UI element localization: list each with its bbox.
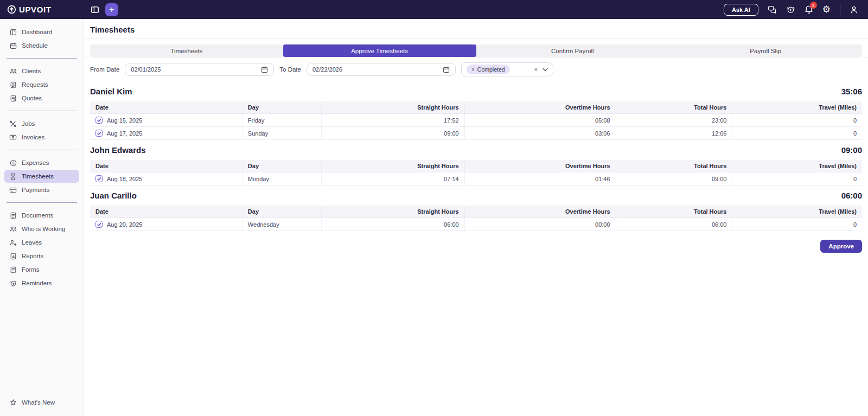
sidebar-item-label: Jobs bbox=[22, 120, 35, 127]
from-date-input[interactable]: 02/01/2025 bbox=[125, 63, 274, 76]
sidebar-item-label: Reminders bbox=[22, 280, 52, 286]
sidebar-item-requests[interactable]: Requests bbox=[4, 78, 79, 91]
sidebar-item-leaves[interactable]: Leaves bbox=[4, 236, 79, 249]
sidebar-item-whats-new[interactable]: What's New bbox=[4, 396, 79, 409]
tab-payroll-slip[interactable]: Payroll Slip bbox=[669, 44, 862, 57]
sidebar-item-clients[interactable]: Clients bbox=[4, 65, 79, 78]
row-checkbox[interactable] bbox=[95, 117, 103, 124]
sidebar-item-reminders[interactable]: Reminders bbox=[4, 277, 79, 290]
row-checkbox[interactable] bbox=[95, 130, 103, 137]
gear-icon[interactable]: ⚙ bbox=[822, 5, 831, 14]
sidebar: DashboardScheduleClientsRequestsQuotesJo… bbox=[0, 19, 84, 416]
row-overtime-hours: 05:08 bbox=[464, 114, 616, 127]
row-overtime-hours: 00:00 bbox=[464, 218, 616, 231]
svg-text:$: $ bbox=[12, 161, 14, 164]
tab-approve-timesheets[interactable]: Approve Timesheets bbox=[283, 44, 476, 57]
column-header: Day bbox=[242, 101, 322, 114]
column-header: Day bbox=[242, 206, 322, 218]
timesheet-row: Aug 15, 2025Friday17:5205:0823:000 bbox=[90, 114, 862, 127]
user-icon[interactable] bbox=[850, 5, 858, 14]
quotes-icon bbox=[9, 94, 17, 102]
jobs-icon bbox=[9, 120, 17, 127]
clear-icon[interactable]: × bbox=[534, 66, 538, 73]
timesheet-table: DateDayStraight HoursOvertime HoursTotal… bbox=[90, 101, 862, 140]
row-total-hours: 23:00 bbox=[616, 114, 732, 127]
sidebar-item-dashboard[interactable]: Dashboard bbox=[4, 25, 79, 39]
tab-timesheets[interactable]: Timesheets bbox=[90, 44, 283, 57]
calendar-icon[interactable] bbox=[443, 66, 450, 73]
table-header-row: DateDayStraight HoursOvertime HoursTotal… bbox=[90, 160, 862, 172]
documents-icon bbox=[9, 212, 17, 219]
timesheet-row: Aug 17, 2025Sunday09:0003:0612:060 bbox=[90, 127, 862, 140]
column-header: Date bbox=[90, 101, 242, 114]
divider bbox=[84, 57, 868, 57]
row-checkbox[interactable] bbox=[95, 221, 103, 228]
alarm-icon[interactable] bbox=[786, 5, 795, 14]
tab-confirm-payroll[interactable]: Confirm Payroll bbox=[476, 44, 669, 57]
status-chip: × Completed bbox=[467, 65, 510, 74]
filter-bar: From Date 02/01/2025 To Date 02/22/2026 … bbox=[90, 62, 862, 76]
panel-toggle-icon[interactable] bbox=[91, 5, 99, 14]
column-header: Overtime Hours bbox=[464, 101, 616, 114]
forms-icon bbox=[9, 266, 17, 273]
sidebar-item-who-is-working[interactable]: Who is Working bbox=[4, 222, 79, 235]
brand-name: UPVOIT bbox=[19, 5, 51, 14]
to-date-value: 02/22/2026 bbox=[312, 66, 342, 73]
sidebar-item-invoices[interactable]: $Invoices bbox=[4, 131, 79, 144]
sidebar-item-quotes[interactable]: Quotes bbox=[4, 92, 79, 105]
notification-badge: 2 bbox=[810, 2, 817, 9]
chip-remove-icon[interactable]: × bbox=[471, 67, 475, 73]
chevron-down-icon[interactable] bbox=[542, 68, 548, 72]
row-date: Aug 18, 2025 bbox=[107, 176, 142, 182]
reminders-icon bbox=[9, 279, 17, 287]
row-total-hours: 12:06 bbox=[616, 127, 732, 140]
sidebar-item-forms[interactable]: Forms bbox=[4, 263, 79, 276]
table-header-row: DateDayStraight HoursOvertime HoursTotal… bbox=[90, 206, 862, 218]
row-date: Aug 17, 2025 bbox=[107, 130, 142, 137]
to-date-input[interactable]: 02/22/2026 bbox=[307, 63, 456, 76]
column-header: Overtime Hours bbox=[464, 160, 616, 172]
calendar-icon[interactable] bbox=[261, 66, 268, 73]
employee-sections: Daniel Kim 35:06 DateDayStraight HoursOv… bbox=[84, 81, 868, 236]
chat-icon[interactable] bbox=[768, 5, 777, 14]
sidebar-item-label: Forms bbox=[22, 266, 40, 273]
whats-new-icon bbox=[9, 399, 17, 406]
row-day: Sunday bbox=[242, 127, 322, 140]
sidebar-divider bbox=[7, 202, 77, 203]
timesheet-row: Aug 18, 2025Monday07:1401:4609:000 bbox=[90, 172, 862, 185]
sidebar-item-label: Leaves bbox=[22, 239, 42, 246]
sidebar-item-documents[interactable]: Documents bbox=[4, 209, 79, 222]
add-new-button[interactable]: + bbox=[105, 3, 118, 16]
sidebar-item-schedule[interactable]: Schedule bbox=[4, 39, 79, 52]
sidebar-item-timesheets[interactable]: Timesheets bbox=[4, 170, 79, 183]
sidebar-item-label: Invoices bbox=[22, 134, 44, 140]
employee-section: Juan Carillo 06:00 DateDayStraight Hours… bbox=[90, 191, 862, 231]
status-filter-select[interactable]: × Completed × bbox=[461, 62, 553, 76]
who-is-working-icon bbox=[9, 225, 17, 233]
notifications-bell-icon[interactable]: 2 bbox=[805, 5, 813, 14]
row-day: Wednesday bbox=[242, 218, 322, 231]
column-header: Overtime Hours bbox=[464, 206, 616, 218]
payments-icon bbox=[9, 186, 17, 194]
row-straight-hours: 06:00 bbox=[322, 218, 464, 231]
sidebar-item-expenses[interactable]: $Expenses bbox=[4, 156, 79, 169]
schedule-icon bbox=[9, 42, 17, 49]
sidebar-nav: DashboardScheduleClientsRequestsQuotesJo… bbox=[0, 23, 84, 292]
column-header: Straight Hours bbox=[322, 206, 464, 218]
topbar: UPVOIT + Ask AI 2 ⚙ bbox=[0, 0, 868, 19]
timesheet-row: Aug 20, 2025Wednesday06:0000:0006:000 bbox=[90, 218, 862, 231]
ask-ai-button[interactable]: Ask AI bbox=[724, 4, 758, 16]
topbar-divider bbox=[840, 4, 840, 15]
sidebar-item-label: Schedule bbox=[22, 42, 48, 49]
sidebar-item-reports[interactable]: Reports bbox=[4, 249, 79, 263]
sidebar-item-label: Expenses bbox=[22, 159, 49, 166]
column-header: Date bbox=[90, 160, 242, 172]
divider bbox=[84, 39, 868, 39]
sidebar-item-payments[interactable]: Payments bbox=[4, 183, 79, 196]
approve-button[interactable]: Approve bbox=[820, 240, 862, 253]
employee-section: Daniel Kim 35:06 DateDayStraight HoursOv… bbox=[90, 87, 862, 140]
column-header: Date bbox=[90, 206, 242, 218]
timesheets-icon bbox=[9, 172, 17, 180]
row-checkbox[interactable] bbox=[95, 175, 103, 182]
sidebar-item-jobs[interactable]: Jobs bbox=[4, 117, 79, 130]
